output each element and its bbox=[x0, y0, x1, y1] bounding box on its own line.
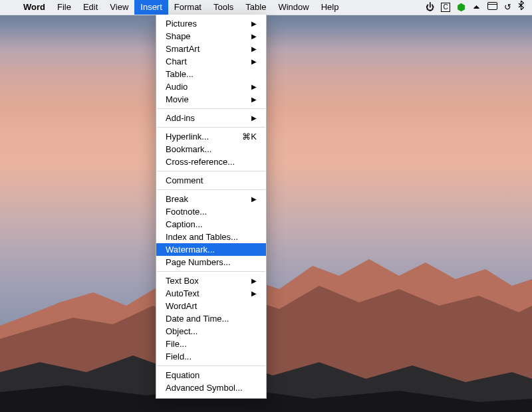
menubar-item-table[interactable]: Table bbox=[239, 0, 272, 15]
menu-separator bbox=[157, 365, 265, 366]
menu-item-audio[interactable]: Audio▶ bbox=[156, 80, 266, 93]
menu-separator bbox=[157, 108, 265, 109]
menu-item-smartart[interactable]: SmartArt▶ bbox=[156, 43, 266, 55]
menu-item-label: WordArt bbox=[166, 301, 257, 311]
pentagon-icon[interactable]: ⬢ bbox=[457, 0, 466, 15]
menu-item-label: Break bbox=[166, 194, 246, 204]
submenu-arrow-icon: ▶ bbox=[251, 45, 257, 52]
menu-item-caption[interactable]: Caption... bbox=[156, 218, 266, 231]
menu-item-label: Text Box bbox=[166, 276, 246, 286]
menu-separator bbox=[157, 189, 265, 190]
menu-item-add-ins[interactable]: Add-ins▶ bbox=[156, 112, 266, 124]
menu-item-break[interactable]: Break▶ bbox=[156, 193, 266, 205]
apple-menu[interactable] bbox=[0, 0, 17, 15]
menu-item-label: Equation bbox=[166, 370, 257, 380]
menu-item-pictures[interactable]: Pictures▶ bbox=[156, 17, 266, 30]
menu-item-cross-reference[interactable]: Cross-reference... bbox=[156, 155, 266, 168]
menu-item-label: Cross-reference... bbox=[166, 157, 257, 167]
submenu-arrow-icon: ▶ bbox=[251, 96, 257, 103]
menubar: Word FileEditViewInsertFormatToolsTableW… bbox=[0, 0, 532, 15]
svg-rect-0 bbox=[488, 3, 497, 10]
menu-item-label: Chart bbox=[166, 56, 246, 66]
menu-item-advanced-symbol[interactable]: Advanced Symbol... bbox=[156, 381, 266, 394]
menubar-status-area: ⏻ C ⬢ ⏶ ↺ bbox=[426, 0, 532, 15]
menu-separator bbox=[157, 171, 265, 171]
menu-item-index-and-tables[interactable]: Index and Tables... bbox=[156, 231, 266, 243]
menubar-item-window[interactable]: Window bbox=[272, 0, 315, 15]
menu-item-file[interactable]: File... bbox=[156, 338, 266, 350]
menubar-item-tools[interactable]: Tools bbox=[207, 0, 239, 15]
menu-item-label: AutoText bbox=[166, 288, 246, 298]
menu-item-wordart[interactable]: WordArt bbox=[156, 300, 266, 312]
menu-item-label: Comment bbox=[166, 175, 257, 185]
desktop-wallpaper: Word FileEditViewInsertFormatToolsTableW… bbox=[0, 0, 532, 412]
menu-item-label: Page Numbers... bbox=[166, 257, 257, 267]
menubar-app-name[interactable]: Word bbox=[17, 0, 51, 15]
menu-item-label: Caption... bbox=[166, 219, 257, 229]
menu-item-autotext[interactable]: AutoText▶ bbox=[156, 287, 266, 300]
menu-item-label: Footnote... bbox=[166, 207, 257, 217]
menu-item-shape[interactable]: Shape▶ bbox=[156, 30, 266, 43]
menu-item-page-numbers[interactable]: Page Numbers... bbox=[156, 256, 266, 268]
menubar-item-format[interactable]: Format bbox=[168, 0, 207, 15]
menu-item-bookmark[interactable]: Bookmark... bbox=[156, 143, 266, 155]
menu-item-label: Shape bbox=[166, 31, 246, 41]
menu-item-shortcut: ⌘K bbox=[242, 132, 257, 142]
menu-item-label: Bookmark... bbox=[166, 144, 257, 154]
menu-item-comment[interactable]: Comment bbox=[156, 174, 266, 187]
menu-item-label: Date and Time... bbox=[166, 314, 257, 324]
menu-item-object[interactable]: Object... bbox=[156, 325, 266, 338]
submenu-arrow-icon: ▶ bbox=[251, 33, 257, 40]
submenu-arrow-icon: ▶ bbox=[251, 290, 257, 297]
menu-item-label: Table... bbox=[166, 69, 257, 79]
menu-item-label: Index and Tables... bbox=[166, 232, 257, 242]
c-box-icon[interactable]: C bbox=[441, 3, 450, 12]
menubar-item-insert[interactable]: Insert bbox=[134, 0, 168, 15]
menu-item-chart[interactable]: Chart▶ bbox=[156, 55, 266, 68]
menubar-item-help[interactable]: Help bbox=[315, 0, 345, 15]
menubar-left: Word FileEditViewInsertFormatToolsTableW… bbox=[0, 0, 344, 15]
timemachine-icon[interactable]: ↺ bbox=[504, 0, 511, 15]
menu-item-label: Pictures bbox=[166, 19, 246, 29]
menu-item-label: File... bbox=[166, 339, 257, 349]
menu-item-label: Movie bbox=[166, 94, 246, 104]
menubar-item-edit[interactable]: Edit bbox=[77, 0, 104, 15]
menu-item-field[interactable]: Field... bbox=[156, 350, 266, 363]
menu-separator bbox=[157, 271, 265, 272]
submenu-arrow-icon: ▶ bbox=[251, 277, 257, 284]
menu-item-movie[interactable]: Movie▶ bbox=[156, 93, 266, 106]
menu-item-label: Object... bbox=[166, 326, 257, 336]
submenu-arrow-icon: ▶ bbox=[251, 195, 257, 203]
date-icon[interactable] bbox=[487, 0, 497, 15]
menu-item-label: Add-ins bbox=[166, 113, 246, 123]
submenu-arrow-icon: ▶ bbox=[251, 83, 257, 90]
menu-item-watermark[interactable]: Watermark... bbox=[156, 243, 266, 256]
bluetooth-icon[interactable] bbox=[518, 0, 524, 15]
menu-item-table[interactable]: Table... bbox=[156, 68, 266, 80]
menu-item-label: Hyperlink... bbox=[166, 132, 237, 142]
airplay-icon[interactable]: ⏶ bbox=[472, 0, 481, 15]
menu-item-label: Audio bbox=[166, 82, 246, 92]
menu-item-label: Watermark... bbox=[166, 245, 257, 255]
insert-menu-dropdown: Pictures▶Shape▶SmartArt▶Chart▶Table...Au… bbox=[156, 15, 267, 399]
power-icon[interactable]: ⏻ bbox=[426, 0, 434, 15]
menu-item-equation[interactable]: Equation bbox=[156, 369, 266, 381]
menu-item-date-and-time[interactable]: Date and Time... bbox=[156, 312, 266, 325]
submenu-arrow-icon: ▶ bbox=[251, 114, 257, 122]
menu-separator bbox=[157, 127, 265, 128]
menu-item-text-box[interactable]: Text Box▶ bbox=[156, 274, 266, 287]
menu-item-footnote[interactable]: Footnote... bbox=[156, 205, 266, 218]
submenu-arrow-icon: ▶ bbox=[251, 58, 257, 65]
menubar-item-file[interactable]: File bbox=[51, 0, 77, 15]
submenu-arrow-icon: ▶ bbox=[251, 20, 257, 27]
menu-item-label: Advanced Symbol... bbox=[166, 383, 257, 393]
menubar-item-view[interactable]: View bbox=[104, 0, 134, 15]
menu-item-label: Field... bbox=[166, 352, 257, 361]
menu-item-hyperlink[interactable]: Hyperlink...⌘K bbox=[156, 130, 266, 143]
menu-item-label: SmartArt bbox=[166, 44, 246, 54]
